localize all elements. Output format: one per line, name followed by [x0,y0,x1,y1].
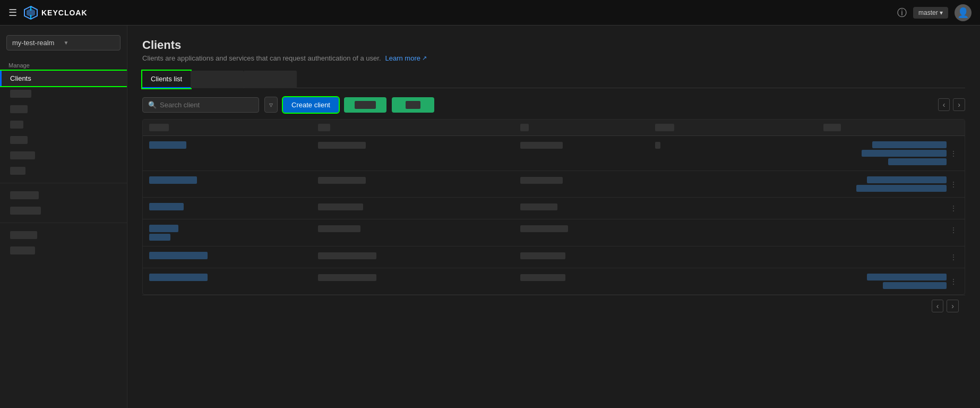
realm-selector: my-test-realm ▼ [0,32,127,57]
cell-desc-2 [520,176,655,186]
actions-cell-4: ⋮ [823,225,958,235]
pagination-area: ‹ › [938,98,965,111]
logo-container: KEYCLOAK [23,5,88,20]
cell-type-2 [318,176,520,186]
cell-type-6 [318,274,520,283]
cell-client-id-2 [149,176,318,185]
cell-client-id-1 [149,141,318,150]
actions-cell-5: ⋮ [823,252,958,262]
sidebar: my-test-realm ▼ Manage Clients [0,26,127,408]
sidebar-divider-1 [0,183,127,183]
logo-text: KEYCLOAK [41,8,88,17]
cell-desc-1 [520,141,655,151]
page-header: Clients Clients are applications and ser… [142,38,965,62]
sidebar-item-4[interactable] [0,117,127,132]
row-action-icon-2[interactable]: ⋮ [949,179,958,190]
cell-client-id-4 [149,225,318,241]
realm-dropdown[interactable]: my-test-realm ▼ [6,35,121,50]
bottom-prev-button[interactable]: ‹ [932,300,944,312]
tab-2[interactable] [191,71,244,88]
content-area: Clients Clients are applications and ser… [127,26,980,408]
hamburger-icon[interactable]: ☰ [8,7,17,19]
table-row: ⋮ [143,198,965,219]
external-link-icon: ↗ [422,55,427,62]
cell-desc-5 [520,252,655,261]
filter-button[interactable]: ▿ [264,97,278,113]
sidebar-item-s3-1[interactable] [0,227,127,243]
sidebar-item-5[interactable] [0,132,127,148]
cell-client-id-6 [149,274,318,283]
actions-cell-2: ⋮ [823,176,958,192]
next-page-button[interactable]: › [953,98,965,111]
cell-client-id-3 [149,203,318,212]
page-description: Clients are applications and services th… [142,54,965,62]
search-input[interactable] [160,101,253,109]
cell-url-1 [655,141,824,151]
table-row: ⋮ [143,171,965,198]
col-header-actions [823,124,958,131]
topnav-left: ☰ KEYCLOAK [8,5,88,20]
keycloak-logo-icon [23,5,38,20]
prev-page-button[interactable]: ‹ [938,98,950,111]
toolbar: 🔍 ▿ Create client ‹ › [142,97,965,113]
sidebar-item-6[interactable] [0,148,127,163]
page-title: Clients [142,38,965,52]
row-action-icon-3[interactable]: ⋮ [949,203,958,214]
cell-type-1 [318,141,520,151]
col-header-type [318,124,520,131]
col-header-client-id [149,124,318,131]
actions-cell-1: ⋮ [823,141,958,165]
search-icon: 🔍 [148,101,157,109]
bottom-toolbar: ‹ › [142,295,965,317]
sidebar-item-s2-2[interactable] [0,203,127,218]
chevron-down-icon: ▼ [64,40,115,46]
actions-cell-3: ⋮ [823,203,958,214]
sidebar-item-7[interactable] [0,163,127,178]
sidebar-section-manage: Manage [0,57,127,71]
row-action-icon-1[interactable]: ⋮ [949,148,958,159]
sidebar-item-3[interactable] [0,101,127,117]
clients-table: ⋮ ⋮ [142,119,965,295]
learn-more-link[interactable]: Learn more ↗ [385,54,427,62]
table-row: ⋮ [143,136,965,171]
sidebar-item-2[interactable] [0,86,127,101]
sidebar-item-s3-2[interactable] [0,243,127,258]
tab-clients-list[interactable]: Clients list [142,71,191,88]
table-header [143,120,965,136]
search-box[interactable]: 🔍 [142,97,259,113]
col-header-home-url [655,124,824,131]
avatar[interactable]: 👤 [955,4,972,21]
cell-type-4 [318,225,520,234]
table-row: ⋮ [143,268,965,294]
blurred-btn-2[interactable] [392,97,434,113]
row-action-icon-6[interactable]: ⋮ [949,276,958,287]
topnav-right: ⓘ master ▾ 👤 [897,4,972,21]
topnav: ☰ KEYCLOAK ⓘ master ▾ 👤 [0,0,980,26]
row-action-icon-4[interactable]: ⋮ [949,225,958,235]
create-client-button[interactable]: Create client [283,97,339,113]
row-action-icon-5[interactable]: ⋮ [949,252,958,262]
cell-desc-4 [520,225,655,234]
actions-cell-6: ⋮ [823,274,958,289]
table-row: ⋮ [143,219,965,246]
main-layout: my-test-realm ▼ Manage Clients [0,26,980,408]
cell-client-id-5 [149,252,318,261]
table-row: ⋮ [143,246,965,268]
tabs-container: Clients list [142,71,965,88]
bottom-next-button[interactable]: › [947,300,959,312]
blurred-btn-1[interactable] [344,97,386,113]
realm-badge[interactable]: master ▾ [913,7,948,19]
sidebar-item-clients[interactable]: Clients [0,71,127,86]
sidebar-divider-2 [0,223,127,223]
realm-name: my-test-realm [12,39,64,47]
cell-type-5 [318,252,520,261]
col-header-description [520,124,655,131]
cell-desc-3 [520,203,655,212]
cell-desc-6 [520,274,655,283]
sidebar-item-s2-1[interactable] [0,188,127,203]
cell-type-3 [318,203,520,212]
tab-3[interactable] [244,71,297,88]
help-icon[interactable]: ⓘ [897,6,907,19]
